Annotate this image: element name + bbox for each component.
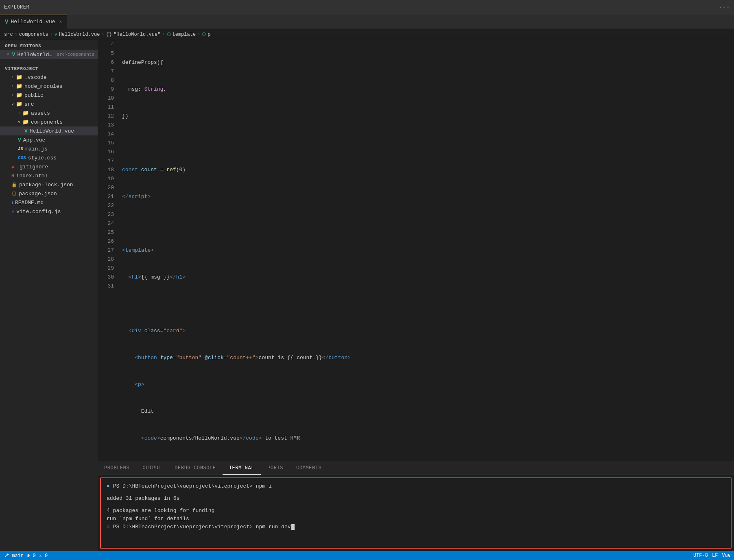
sidebar-item-readme[interactable]: ℹ README.md — [0, 198, 98, 207]
panel-tabs: PROBLEMS OUTPUT DEBUG CONSOLE TERMINAL P… — [98, 462, 734, 475]
breadcrumb-file[interactable]: HelloWorld.vue — [59, 32, 100, 37]
terminal-dot-2: ○ — [107, 524, 110, 530]
code-line-18: <code>components/HelloWorld.vue</code> t… — [122, 434, 734, 443]
file-html-icon: H — [11, 173, 14, 178]
chevron-right-icon: › — [18, 111, 20, 115]
code-editor[interactable]: 4 5 6 7 8 9 10 11 12 13 14 15 16 17 18 1… — [98, 40, 734, 462]
file-md-icon: ℹ — [11, 200, 13, 205]
terminal-prompt-2: ○ PS D:\HBTeachProject\vueproject\vitepr… — [107, 524, 295, 530]
code-line-11: <template> — [122, 246, 734, 255]
status-bar-right: UTF-8 LF Vue — [693, 553, 731, 558]
code-line-17: Edit — [122, 407, 734, 416]
tab-label: HelloWorld.vue — [11, 19, 55, 25]
terminal-path-1: PS D:\HBTeachProject\vueproject\viteproj… — [113, 483, 253, 489]
file-helloworld-vue-icon: V — [24, 128, 28, 134]
sidebar-item-gitignore[interactable]: ◈ .gitignore — [0, 162, 98, 171]
sidebar-item-node-modules[interactable]: › 📁 node_modules — [0, 82, 98, 91]
file-vite-icon: ⚡ — [11, 209, 14, 215]
tab-bar: V HelloWorld.vue × — [0, 15, 734, 29]
tab-ports[interactable]: PORTS — [261, 462, 290, 475]
code-content[interactable]: defineProps({ msg: String, }) const coun… — [118, 40, 734, 462]
file-vue-icon: V — [12, 52, 15, 58]
sidebar-label-package-json: package.json — [19, 191, 57, 197]
sidebar-item-index-html[interactable]: H index.html — [0, 171, 98, 180]
code-line-7 — [122, 139, 734, 148]
folder-src-icon: 📁 — [16, 101, 22, 107]
editor-area: 4 5 6 7 8 9 10 11 12 13 14 15 16 17 18 1… — [98, 40, 734, 551]
status-branch[interactable]: ⎇ main — [3, 553, 24, 559]
sidebar-item-src[interactable]: ∨ 📁 src — [0, 100, 98, 109]
sidebar-label-style-css: style.css — [28, 155, 57, 161]
tab-comments[interactable]: COMMENTS — [290, 462, 328, 475]
tab-helloworld-vue[interactable]: V HelloWorld.vue × — [0, 15, 67, 29]
sidebar-item-assets[interactable]: › 📁 assets — [0, 109, 98, 118]
folder-assets-icon: 📁 — [22, 110, 29, 116]
chevron-right-icon: › — [11, 84, 14, 89]
sidebar-item-helloworld-vue[interactable]: V HelloWorld.vue — [0, 126, 98, 135]
tab-output[interactable]: OUTPUT — [136, 462, 168, 475]
terminal-prompt-1: ● PS D:\HBTeachProject\vueproject\vitepr… — [107, 483, 272, 489]
status-line-ending[interactable]: LF — [712, 553, 718, 558]
sidebar-item-components[interactable]: ∨ 📁 components — [0, 118, 98, 126]
chevron-down-icon: ∨ — [18, 120, 20, 124]
status-encoding[interactable]: UTF-8 — [693, 553, 708, 558]
code-line-4: defineProps({ — [122, 58, 734, 67]
open-editor-close[interactable]: × — [7, 52, 9, 57]
folder-public-icon: 📁 — [16, 92, 22, 98]
terminal-output-3: run `npm fund` for details — [107, 515, 725, 523]
status-language[interactable]: Vue — [722, 553, 731, 558]
sidebar-label-node-modules: node_modules — [24, 83, 63, 89]
sidebar-label-src: src — [24, 101, 34, 107]
breadcrumb-template[interactable]: template — [173, 32, 196, 37]
sidebar-item-style-css[interactable]: CSS style.css — [0, 153, 98, 162]
code-line-15: <button type="button" @click="count++">c… — [122, 353, 734, 362]
tab-debug-console[interactable]: DEBUG CONSOLE — [168, 462, 222, 475]
chevron-down-icon: ∨ — [11, 102, 14, 107]
open-editor-label: HelloWorld.vue — [17, 52, 53, 58]
sidebar: OPEN EDITORS × V HelloWorld.vue src\comp… — [0, 40, 98, 551]
open-editor-path: src\components — [57, 52, 94, 57]
breadcrumb-components[interactable]: components — [19, 32, 48, 37]
code-line-5: msg: String, — [122, 85, 734, 94]
sidebar-label-public: public — [24, 92, 44, 98]
code-line-10 — [122, 219, 734, 228]
file-app-vue-icon: V — [18, 137, 21, 143]
sidebar-label-vscode: .vscode — [24, 74, 47, 81]
terminal-blank-1 — [107, 490, 725, 495]
terminal-dot-1: ● — [107, 483, 110, 489]
sidebar-item-main-js[interactable]: JS main.js — [0, 144, 98, 153]
tab-terminal[interactable]: TERMINAL — [223, 462, 261, 475]
breadcrumb-p-icon: ⬡ — [202, 31, 206, 37]
code-line-16: <p> — [122, 380, 734, 389]
tab-problems[interactable]: PROBLEMS — [98, 462, 136, 475]
sidebar-item-package-json[interactable]: {} package.json — [0, 189, 98, 198]
status-errors[interactable]: ⊗ 0 — [27, 553, 36, 559]
sidebar-item-vite-config[interactable]: ⚡ vite.config.js — [0, 207, 98, 216]
terminal-cmd-1: npm i — [256, 483, 272, 489]
terminal-output-2: 4 packages are looking for funding — [107, 507, 725, 515]
sidebar-label-assets: assets — [31, 110, 50, 116]
file-git-icon: ◈ — [11, 164, 14, 170]
sidebar-item-public[interactable]: › 📁 public — [0, 91, 98, 100]
breadcrumb-p[interactable]: p — [208, 32, 210, 37]
breadcrumb-script[interactable]: "HelloWorld.vue" — [114, 32, 160, 37]
status-warnings[interactable]: ⚠ 0 — [39, 553, 48, 559]
breadcrumb-src[interactable]: src — [4, 32, 13, 37]
bottom-panel: PROBLEMS OUTPUT DEBUG CONSOLE TERMINAL P… — [98, 462, 734, 551]
open-editor-helloworld[interactable]: × V HelloWorld.vue src\components — [0, 50, 98, 59]
tab-close-icon[interactable]: × — [59, 20, 62, 24]
sidebar-item-app-vue[interactable]: V App.vue — [0, 135, 98, 144]
viteproject-title: VITEPROJECT — [0, 63, 98, 73]
folder-vscode-icon: 📁 — [16, 74, 22, 81]
sidebar-label-index-html: index.html — [16, 173, 48, 179]
terminal[interactable]: ● PS D:\HBTeachProject\vueproject\vitepr… — [100, 477, 732, 549]
more-options-icon[interactable]: ··· — [718, 4, 730, 11]
terminal-cursor — [291, 524, 295, 530]
sidebar-label-readme: README.md — [15, 200, 44, 206]
file-css-icon: CSS — [18, 155, 26, 160]
sidebar-item-vscode[interactable]: › 📁 .vscode — [0, 73, 98, 82]
main-layout: OPEN EDITORS × V HelloWorld.vue src\comp… — [0, 40, 734, 551]
file-json-icon: {} — [11, 191, 17, 196]
code-line-14: <div class="card"> — [122, 327, 734, 336]
sidebar-item-package-lock[interactable]: 🔒 package-lock.json — [0, 180, 98, 189]
